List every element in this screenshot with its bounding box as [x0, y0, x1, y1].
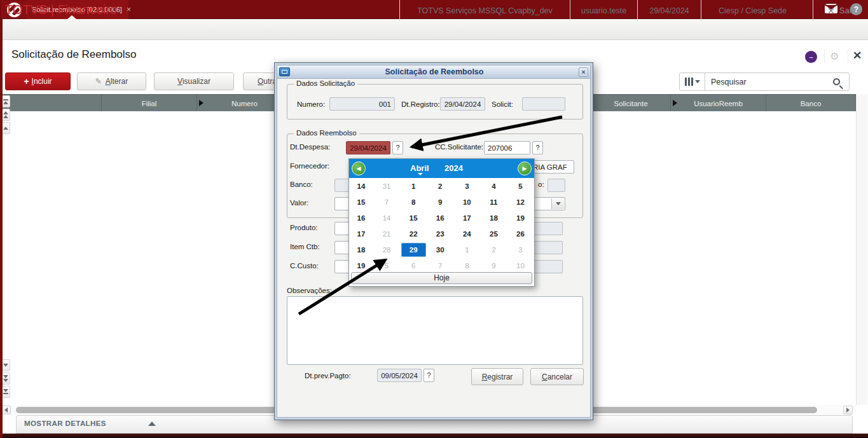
calendar-day[interactable]: 1 [453, 246, 480, 254]
calendar-day[interactable]: 9 [427, 198, 453, 206]
calendar-day[interactable]: 15 [400, 214, 427, 222]
dtprevpagto-field[interactable]: 09/05/2024 [377, 369, 422, 382]
calendar-day[interactable]: 5 [373, 262, 400, 270]
calendar-day[interactable]: 2 [480, 246, 507, 254]
calendar-day[interactable]: 31 [373, 182, 400, 190]
calendar-day[interactable]: 1 [400, 182, 427, 190]
calendar-day[interactable]: 7 [373, 198, 400, 206]
chevron-down-icon [695, 80, 700, 83]
scroll-left-icon[interactable] [1, 406, 11, 414]
dtdespesa-field[interactable]: 29/04/2024 [346, 141, 390, 154]
calendar-day[interactable]: 10 [453, 198, 480, 206]
calendar-day[interactable]: 4 [480, 182, 507, 190]
company-info: Ciesp / Ciesp Sede [701, 0, 804, 21]
solicit-label: Solicit: [492, 100, 513, 108]
next-month-icon[interactable]: ▶ [518, 161, 532, 175]
tab-close-icon[interactable]: × [127, 5, 131, 14]
calendar-week-row: 15 7 8 9 10 11 12 [349, 194, 534, 210]
calendar-day[interactable]: 23 [427, 230, 453, 238]
calendar-day[interactable]: 21 [373, 230, 400, 238]
itemctb-label: Item Ctb: [290, 243, 320, 250]
calendar-day-selected[interactable]: 29 [400, 243, 427, 257]
banco-label: Banco: [290, 181, 313, 188]
search-group: Pesquisar [679, 72, 850, 91]
column-header-solicitante[interactable]: Solicitante [591, 95, 671, 112]
calendar-day[interactable]: 30 [427, 246, 453, 254]
calendar-day[interactable]: 10 [507, 262, 534, 270]
calendar-day[interactable]: 8 [400, 198, 427, 206]
registrar-button[interactable]: Registrar [471, 368, 523, 385]
calendar-day[interactable]: 19 [507, 214, 534, 222]
collapse-up-icon[interactable] [148, 421, 156, 426]
incluir-button[interactable]: + Incluir [5, 72, 71, 90]
column-header-banco[interactable]: Banco [766, 95, 856, 112]
fornecedor-desc-field: RIA GRAF [530, 160, 574, 174]
gear-icon[interactable]: ⚙ [830, 50, 839, 62]
prev-month-icon[interactable]: ◀ [352, 161, 366, 175]
observacoes-textarea[interactable] [287, 296, 583, 365]
sort-arrow-icon [673, 100, 677, 106]
dtprevpagto-help-button[interactable]: ? [424, 369, 434, 382]
calendar-day[interactable]: 17 [453, 214, 480, 222]
column-filter-button[interactable] [680, 73, 705, 90]
week-number: 17 [349, 230, 373, 238]
calendar-day[interactable]: 24 [453, 230, 480, 238]
calendar-day[interactable]: 6 [400, 262, 427, 270]
calendar-day[interactable]: 3 [507, 246, 534, 254]
user-info: usuario.teste [570, 0, 637, 21]
dtregistro-field: 29/04/2024 [440, 97, 485, 111]
dtdespesa-help-button[interactable]: ? [392, 141, 403, 154]
calendar-day[interactable]: 14 [373, 214, 400, 222]
app-brand: TOTVS | Financeiro [5, 3, 117, 17]
month-dropdown-caret-icon[interactable] [418, 173, 423, 175]
today-button[interactable]: Hoje [351, 272, 532, 284]
week-number: 19 [349, 262, 373, 270]
dtdespesa-label: Dt.Despesa: [290, 143, 330, 151]
calendar-year[interactable]: 2024 [444, 163, 463, 173]
app-header [0, 19, 868, 40]
calendar-day[interactable]: 5 [507, 182, 534, 190]
close-routine-icon[interactable]: ✕ [853, 49, 862, 62]
calendar-day[interactable]: 22 [400, 230, 427, 238]
assistant-icon[interactable]: – [805, 51, 817, 63]
calendar-day[interactable]: 11 [480, 198, 507, 206]
scroll-right-icon[interactable] [843, 406, 853, 414]
fieldset-legend: Dados Reembolso [294, 129, 359, 137]
calendar-day[interactable]: 2 [427, 182, 453, 190]
dialog-titlebar[interactable]: Solicitação de Reembolso × [277, 65, 591, 79]
logout-button[interactable]: ✕ Sair [813, 0, 868, 21]
calendar-day[interactable]: 26 [507, 230, 534, 238]
small-field [548, 179, 565, 192]
search-icon[interactable] [833, 78, 840, 85]
calendar-day[interactable]: 3 [453, 182, 480, 190]
column-header-filial[interactable]: Filial [102, 95, 197, 112]
dtprevpagto-label: Dt.prev.Pagto: [305, 372, 351, 380]
visualizar-button[interactable]: Visualizar [154, 72, 234, 90]
produto-label: Produto: [290, 224, 317, 231]
column-header-usuarioreemb[interactable]: UsuarioReemb [671, 95, 766, 112]
valor-label: Valor: [290, 199, 308, 207]
calendar-day[interactable]: 25 [480, 230, 507, 238]
ccsolicitante-help-button[interactable]: ? [532, 141, 543, 154]
dialog-close-icon[interactable]: × [579, 67, 588, 77]
calendar-day[interactable]: 8 [453, 262, 480, 270]
vertical-scrollbar[interactable] [856, 94, 867, 405]
calendar-day[interactable]: 18 [480, 214, 507, 222]
calendar-month[interactable]: Abril [410, 163, 429, 173]
calendar-day[interactable]: 9 [480, 262, 507, 270]
calendar-day[interactable]: 7 [427, 262, 453, 270]
window-icon [279, 67, 290, 76]
search-input[interactable]: Pesquisar [705, 78, 833, 86]
alterar-button[interactable]: ✎ Alterar [77, 72, 146, 90]
dialog-title: Solicitação de Reembolso [290, 67, 579, 76]
calendar-day[interactable]: 16 [427, 214, 453, 222]
page-title: Solicitação de Reembolso [11, 48, 137, 61]
column-header[interactable] [3, 95, 102, 112]
ccsolicitante-field[interactable]: 207006 [484, 141, 530, 154]
calendar-day[interactable]: 12 [507, 198, 534, 206]
cancelar-button[interactable]: Cancelar [530, 368, 584, 385]
combo-arrow-icon[interactable] [551, 198, 564, 209]
window-edge [0, 19, 3, 438]
calendar-day[interactable]: 28 [373, 246, 400, 254]
pencil-icon: ✎ [95, 77, 102, 86]
